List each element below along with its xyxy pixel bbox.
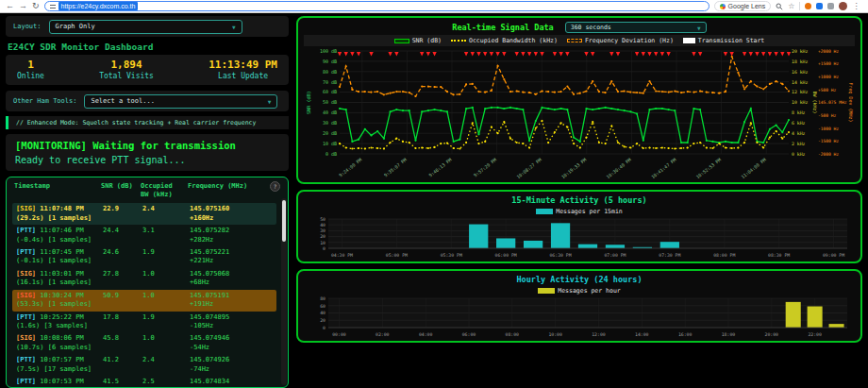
extension-icon-2[interactable]	[816, 3, 823, 9]
svg-text:20: 20	[320, 234, 326, 239]
svg-text:09:00 PM: 09:00 PM	[823, 253, 844, 258]
online-label: Online	[17, 72, 44, 80]
svg-text:20: 20	[320, 318, 326, 323]
table-row[interactable]: [PTT] 10:07:57 PM (7.5s) [17 samples]41.…	[12, 354, 276, 376]
table-row[interactable]: [SIG] 10:30:24 PM (53.3s) [1 samples]50.…	[12, 290, 276, 312]
total-visits-count: 1,894	[99, 59, 154, 71]
table-row[interactable]: [SIG] 11:03:01 PM (16.1s) [1 samples]27.…	[12, 268, 276, 290]
google-lens-button[interactable]: Google Lens	[714, 1, 772, 11]
monitoring-status-line: [MONITORING] Waiting for transmission	[15, 140, 279, 151]
svg-text:14 kHz: 14 kHz	[792, 80, 808, 85]
site-info-icon[interactable]	[50, 4, 56, 9]
total-visits-label: Total Visits	[99, 72, 154, 80]
url-text[interactable]: https://e24cy.dxcom.co.th	[58, 2, 139, 10]
layout-select-value: Graph Only	[56, 23, 95, 30]
col-frequency: Frequency (MHz)	[188, 182, 273, 199]
row-timestamp: [PTT] 11:07:46 PM (-0.4s) [1 samples]	[16, 227, 103, 245]
row-frequency: 145.074946-54Hz	[190, 334, 276, 352]
chevron-down-icon: ▼	[268, 98, 272, 105]
back-icon[interactable]: ←	[6, 2, 14, 10]
row-bw: 2.5	[142, 378, 190, 387]
page-title: E24CY SDR Monitor Dashboard	[8, 42, 287, 52]
svg-text:0 kHz: 0 kHz	[792, 152, 806, 157]
ham-tools-select[interactable]: Select a tool... ▼	[84, 94, 277, 109]
table-scrollbar[interactable]	[281, 198, 287, 385]
menu-kebab-icon[interactable]: ⋮	[852, 3, 860, 10]
svg-text:10:19:33 PM: 10:19:33 PM	[560, 158, 587, 180]
svg-text:145.075 MHz: 145.075 MHz	[818, 100, 847, 105]
svg-text:90 dB: 90 dB	[323, 59, 337, 64]
ham-tools-row: Other Ham Tools: Select a tool... ▼	[6, 91, 289, 111]
transmission-legend-label: Transmission Start	[698, 37, 764, 44]
svg-text:-1000 Hz: -1000 Hz	[818, 127, 839, 131]
svg-text:10:41:47 PM: 10:41:47 PM	[650, 158, 676, 180]
table-row[interactable]: [PTT] 11:07:46 PM (-0.4s) [1 samples]24.…	[12, 225, 276, 246]
lens-label: Google Lens	[728, 3, 766, 9]
messages-15min-swatch	[536, 209, 553, 214]
svg-text:0 dB: 0 dB	[326, 151, 337, 157]
activity-15min-canvas: 0102030405004:30 PM05:00 PM05:30 PM06:00…	[304, 216, 855, 265]
signal-log-table: Timestamp SNR (dB) Occupied BW (kHz) Fre…	[6, 177, 289, 388]
svg-text:14:00: 14:00	[635, 332, 649, 337]
realtime-signal-panel: Real-time Signal Data 360 seconds ▼ SNR …	[296, 16, 862, 184]
row-frequency: 145.074834-166Hz	[190, 378, 276, 387]
svg-text:10: 10	[320, 241, 326, 245]
activity-15min-legend: Messages per 15min	[304, 206, 855, 216]
svg-text:-500 Hz: -500 Hz	[818, 113, 837, 118]
svg-text:20 kHz: 20 kHz	[792, 49, 808, 54]
stat-total-visits: 1,894 Total Visits	[99, 59, 154, 79]
monitoring-ready-line: Ready to receive PTT signal...	[15, 155, 279, 165]
svg-text:9:46:13 PM: 9:46:13 PM	[428, 158, 453, 178]
dev-legend-swatch	[567, 39, 582, 42]
table-row[interactable]: [PTT] 10:07:53 PM (2.7s) [3 samples]41.5…	[12, 376, 276, 387]
table-row[interactable]: [SIG] 11:07:48 PM (29.2s) [1 samples]22.…	[12, 203, 276, 225]
bookmark-star-icon[interactable]: ☆	[788, 3, 794, 10]
scrollbar-thumb[interactable]	[282, 200, 286, 242]
row-timestamp: [SIG] 10:08:06 PM (10.7s) [6 samples]	[16, 334, 103, 352]
row-timestamp: [SIG] 11:07:48 PM (29.2s) [1 samples]	[16, 205, 103, 223]
realtime-chart-canvas: 100 dB20 kHz90 dB18 kHz80 dB16 kHz70 dB1…	[304, 46, 855, 187]
last-update-time: 11:13:49 PM	[209, 59, 277, 71]
row-frequency: 145.075160+160Hz	[190, 205, 276, 223]
online-count: 1	[17, 59, 44, 71]
bw-legend-label: Occupied Bandwidth (kHz)	[469, 37, 558, 44]
help-icon[interactable]: ?	[270, 181, 280, 192]
col-occupied-bw: Occupied BW (kHz)	[141, 182, 188, 199]
search-icon[interactable]	[776, 3, 783, 10]
profile-avatar[interactable]	[839, 2, 847, 10]
svg-text:06:30 PM: 06:30 PM	[549, 253, 571, 258]
row-snr: 45.8	[103, 334, 142, 352]
hourly-activity-panel: Hourly Activity (24 hours) Messages per …	[296, 269, 862, 343]
extension-icon-3[interactable]	[827, 3, 834, 9]
svg-text:20:00: 20:00	[765, 332, 779, 337]
row-snr: 41.5	[103, 378, 142, 387]
svg-text:10:08:27 PM: 10:08:27 PM	[516, 158, 542, 180]
table-row[interactable]: [PTT] 11:07:45 PM (-0.1s) [1 samples]24.…	[12, 246, 276, 268]
svg-text:18:00: 18:00	[722, 332, 736, 337]
layout-select[interactable]: Graph Only ▼	[49, 20, 242, 34]
table-row[interactable]: [PTT] 10:25:22 PM (1.6s) [3 samples]17.8…	[12, 312, 276, 333]
svg-text:08:00 PM: 08:00 PM	[713, 253, 735, 258]
table-row[interactable]: [SIG] 10:08:06 PM (10.7s) [6 samples]45.…	[12, 332, 276, 354]
bw-legend-swatch	[451, 40, 466, 42]
row-frequency: 145.075191+191Hz	[190, 292, 276, 310]
messages-hour-label: Messages per hour	[558, 287, 621, 295]
extension-icon-1[interactable]	[805, 3, 811, 9]
row-bw: 2.4	[142, 205, 190, 223]
messages-15min-label: Messages per 15min	[556, 208, 622, 215]
time-range-select[interactable]: 360 seconds ▼	[565, 22, 707, 33]
stats-bar: 1 Online 1,894 Total Visits 11:13:49 PM …	[6, 55, 289, 85]
address-bar[interactable]: https://e24cy.dxcom.co.th	[44, 1, 709, 11]
forward-icon[interactable]: →	[19, 2, 27, 10]
row-bw: 2.4	[142, 356, 190, 374]
row-bw: 1.9	[142, 248, 190, 266]
row-frequency: 145.075282+282Hz	[190, 227, 276, 245]
svg-text:+1000 Hz: +1000 Hz	[818, 75, 839, 79]
svg-text:05:00 PM: 05:00 PM	[386, 253, 408, 258]
svg-text:2 kHz: 2 kHz	[792, 142, 806, 146]
svg-text:50: 50	[320, 217, 326, 222]
reload-icon[interactable]: ↻	[32, 2, 40, 10]
svg-text:06:00 PM: 06:00 PM	[495, 253, 517, 258]
row-timestamp: [PTT] 10:07:53 PM (2.7s) [3 samples]	[16, 378, 103, 387]
svg-text:9:57:20 PM: 9:57:20 PM	[473, 158, 497, 178]
